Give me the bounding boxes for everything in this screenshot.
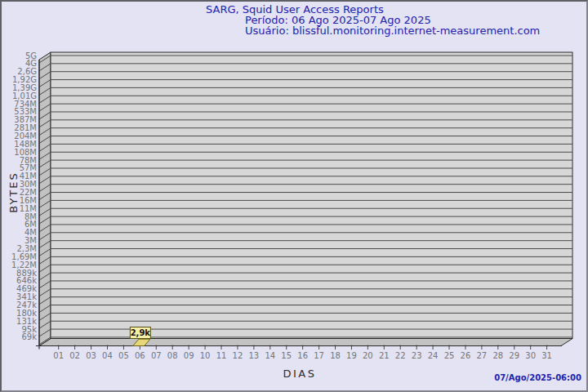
x-tick-label: 15 [281, 351, 292, 360]
x-tick-label: 10 [200, 351, 211, 360]
x-tick-label: 11 [216, 351, 227, 360]
x-tick-label: 04 [102, 351, 113, 360]
x-tick-label: 26 [461, 351, 471, 360]
x-tick-label: 22 [395, 351, 406, 360]
x-tick-label: 18 [330, 351, 341, 360]
x-tick-label: 16 [297, 351, 308, 360]
x-tick-label: 17 [314, 351, 324, 360]
x-tick-label: 23 [412, 351, 422, 360]
x-tick-label: 03 [86, 351, 96, 360]
bar-value-label: 2,9k [131, 328, 151, 337]
x-tick-label: 29 [509, 351, 519, 360]
x-tick-label: 05 [118, 351, 129, 360]
x-tick-label: 27 [477, 351, 488, 360]
y-tick-label: 69k [21, 332, 37, 341]
x-tick-label: 25 [444, 351, 455, 360]
x-tick-label: 13 [248, 351, 259, 360]
x-tick-label: 07 [151, 351, 162, 360]
x-tick-label: 08 [167, 351, 178, 360]
bar-chart-canvas: 5G4G2,6G1,92G1,39G1,01G734M533M387M281M2… [2, 2, 586, 390]
x-tick-label: 19 [346, 351, 357, 360]
x-tick-label: 24 [428, 351, 439, 360]
x-tick-label: 31 [541, 351, 552, 360]
x-tick-label: 14 [265, 351, 275, 360]
x-tick-label: 20 [363, 351, 373, 360]
x-tick-label: 06 [135, 351, 145, 360]
sarg-report-image: SARG, Squid User Access Reports Período:… [0, 0, 588, 392]
x-axis-title: DIAS [269, 368, 331, 380]
x-tick-label: 02 [69, 351, 80, 360]
x-tick-label: 12 [233, 351, 243, 360]
y-axis-title: BYTES [7, 168, 20, 217]
x-tick-label: 28 [492, 351, 503, 360]
report-timestamp: 07/Ago/2025-06:00 [494, 373, 581, 382]
chart-plot-area [51, 52, 572, 339]
x-tick-label: 30 [525, 351, 536, 360]
x-tick-label: 21 [379, 351, 390, 360]
x-tick-label: 09 [184, 351, 194, 360]
chart-floor [39, 339, 572, 346]
x-tick-label: 01 [53, 351, 64, 360]
